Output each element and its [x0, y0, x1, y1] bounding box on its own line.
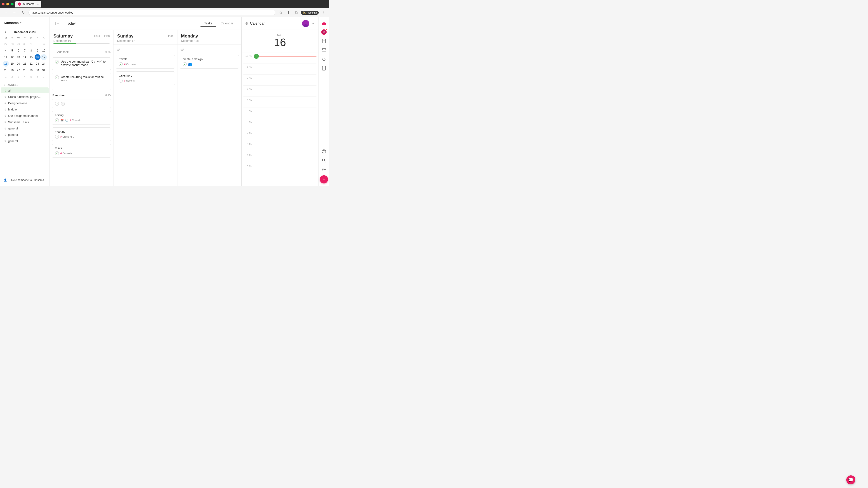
cal-day[interactable]: 6	[35, 74, 40, 80]
cal-day[interactable]: 17	[41, 54, 47, 60]
sunday-tasks-here[interactable]: tasks here ✓ # general	[116, 71, 175, 85]
cal-day[interactable]: 29	[28, 67, 34, 73]
rail-icon-sunsama[interactable]	[320, 19, 328, 27]
cal-day[interactable]: 26	[9, 67, 15, 73]
sidebar-item-general-1[interactable]: # general	[1, 125, 49, 131]
menu-icon[interactable]: ⋮	[320, 9, 327, 16]
cal-day[interactable]: 24	[41, 61, 47, 67]
tab-tasks[interactable]: Tasks	[200, 20, 216, 27]
active-tab[interactable]: S Sunsama ×	[16, 1, 41, 7]
window-restore-button[interactable]: +	[11, 3, 13, 5]
calendar-zoom-button[interactable]: ⊕	[245, 21, 248, 26]
cal-day-selected[interactable]: 18	[3, 61, 9, 67]
rail-icon-target[interactable]	[320, 147, 328, 156]
exercise-check[interactable]: ✓	[55, 102, 59, 106]
sidebar-item-sunsama-tasks[interactable]: # Sunsama Tasks	[1, 119, 49, 125]
app-logo[interactable]: Sunsama ▾	[0, 20, 50, 27]
tasks-here-check[interactable]: ✓	[119, 78, 123, 83]
sidebar-item-designers-one[interactable]: # Designers-one	[1, 100, 49, 106]
meeting-check[interactable]: ✓	[55, 135, 59, 139]
tasks-check[interactable]: ✓	[55, 151, 59, 155]
task-check-empty[interactable]	[61, 84, 65, 88]
cal-day[interactable]: 19	[9, 61, 15, 67]
cal-day[interactable]: 4	[22, 74, 28, 80]
cal-day[interactable]: 3	[16, 74, 22, 80]
url-bar[interactable]: app.sunsama.com/group/moodjoy	[29, 10, 275, 15]
today-button[interactable]: Today	[64, 21, 78, 26]
rail-icon-gmail[interactable]	[320, 46, 328, 54]
cal-day[interactable]: 28	[9, 41, 15, 47]
create-design-check[interactable]: ✓	[183, 62, 187, 66]
window-minimize-button[interactable]: −	[6, 3, 9, 5]
invite-button[interactable]: 👤+ Invite someone to Sunsama	[0, 177, 50, 184]
cal-day[interactable]: 25	[3, 67, 9, 73]
add-task-button[interactable]: ⊕ Add task 0:55	[50, 48, 113, 56]
sunday-travels-task[interactable]: travels ✓ # Cross-fu...	[116, 55, 175, 69]
exercise-task[interactable]: ✓ 1	[52, 99, 111, 108]
cal-day[interactable]: 27	[16, 67, 22, 73]
cal-day[interactable]: 20	[16, 61, 22, 67]
saturday-task-2[interactable]: ✓ Create recurring tasks for routine wor…	[52, 73, 111, 90]
cal-day[interactable]: 15	[28, 54, 34, 60]
task-check-1[interactable]: ✓	[55, 60, 59, 64]
cal-day[interactable]: 27	[3, 41, 9, 47]
download-icon[interactable]: ⬇	[285, 9, 291, 16]
rail-icon-settings[interactable]	[320, 165, 328, 173]
rail-icon-search[interactable]	[320, 156, 328, 164]
rail-icon-sync[interactable]	[320, 55, 328, 63]
tab-calendar[interactable]: Calendar	[217, 20, 237, 27]
saturday-focus-button[interactable]: Focus	[92, 34, 100, 38]
rail-icon-profile[interactable]: U	[320, 28, 328, 36]
editing-task[interactable]: editing ✓ 📅 🕐 # Cross-fu...	[52, 111, 111, 125]
cal-day[interactable]: 1	[28, 41, 34, 47]
sidebar-item-cross-functional[interactable]: # Cross-functional projec...	[1, 94, 49, 100]
cal-day[interactable]: 28	[22, 67, 28, 73]
cal-day[interactable]: 10	[41, 48, 47, 54]
sunday-plan-button[interactable]: Plan	[168, 34, 174, 37]
cal-day[interactable]: 2	[9, 74, 15, 80]
extension-icon[interactable]: ⧉	[293, 9, 299, 16]
sidebar-item-general-3[interactable]: # general	[1, 138, 49, 144]
sidebar-item-our-designers[interactable]: # Our designers channel	[1, 113, 49, 119]
back-button[interactable]: ←	[3, 9, 9, 16]
user-avatar[interactable]	[302, 20, 309, 27]
travels-check[interactable]: ✓	[119, 62, 123, 66]
rail-icon-notes[interactable]	[320, 64, 328, 72]
sidebar-item-all[interactable]: # all	[1, 88, 49, 93]
cal-day[interactable]: 21	[22, 61, 28, 67]
forward-button[interactable]: →	[11, 9, 18, 16]
editing-check[interactable]: ✓	[55, 118, 59, 122]
sidebar-item-general-2[interactable]: # general	[1, 132, 49, 138]
calendar-panel-forward-button[interactable]: →	[311, 22, 315, 26]
cal-day[interactable]: 22	[28, 61, 34, 67]
monday-create-design-task[interactable]: create a design ✓ 👥	[180, 55, 239, 69]
cal-day-today[interactable]: 16	[35, 54, 40, 60]
tasks-task[interactable]: tasks ✓ # Cross-fu...	[52, 144, 111, 158]
cal-day[interactable]: 30	[22, 41, 28, 47]
rail-icon-notebook[interactable]	[320, 37, 328, 45]
collapse-sidebar-button[interactable]: |←	[54, 21, 61, 26]
tab-close-button[interactable]: ×	[37, 3, 39, 5]
cal-day[interactable]: 2	[35, 41, 40, 47]
cal-day[interactable]: 3	[41, 41, 47, 47]
cal-day[interactable]: 13	[16, 54, 22, 60]
cal-day[interactable]: 31	[41, 67, 47, 73]
cal-day[interactable]: 23	[35, 61, 40, 67]
saturday-task-1[interactable]: ✓ Use the command bar (Ctrl + K) to acti…	[52, 57, 111, 70]
cal-day[interactable]: 1	[3, 74, 9, 80]
window-close-button[interactable]: ×	[2, 3, 4, 5]
cal-day[interactable]: 30	[35, 67, 40, 73]
cal-day[interactable]: 14	[22, 54, 28, 60]
bookmark-icon[interactable]: ☆	[278, 9, 284, 16]
cal-day[interactable]: 29	[16, 41, 22, 47]
meeting-task[interactable]: meeting ✓ # Cross-fu...	[52, 127, 111, 141]
cal-day[interactable]: 7	[41, 74, 47, 80]
saturday-plan-button[interactable]: Plan	[104, 34, 110, 38]
cal-day[interactable]: 6	[16, 48, 22, 54]
sidebar-item-middle[interactable]: # Middle	[1, 106, 49, 112]
new-tab-button[interactable]: +	[42, 2, 48, 6]
cal-day[interactable]: 11	[3, 54, 9, 60]
cal-day[interactable]: 12	[9, 54, 15, 60]
fab-add-button[interactable]: +	[320, 175, 328, 184]
reload-button[interactable]: ↻	[20, 9, 26, 16]
